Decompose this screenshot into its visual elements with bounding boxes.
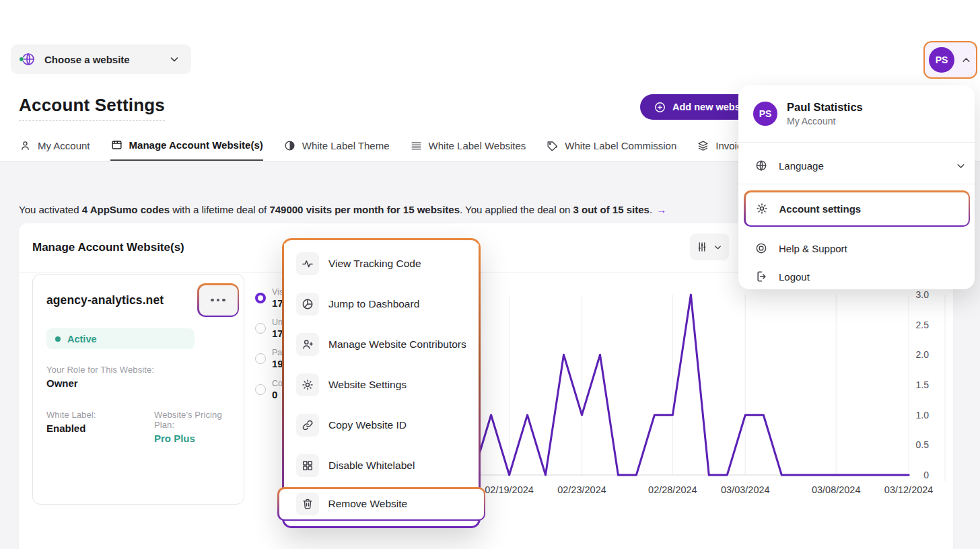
svg-text:02/28/2024: 02/28/2024	[648, 484, 697, 495]
card-title: Manage Account Website(s)	[32, 241, 184, 254]
website-selector-dropdown[interactable]: Choose a website	[11, 44, 191, 74]
website-context-menu: View Tracking Code Jump to Dashboard Man…	[282, 238, 481, 528]
tab-white-label-commission[interactable]: White Label Commission	[546, 132, 676, 161]
website-menu-highlight	[197, 283, 239, 317]
person-icon	[19, 139, 32, 152]
notice-arrow-link[interactable]: →	[656, 204, 666, 215]
legend-item-visitors: Vis17	[255, 287, 283, 309]
white-label-value: Enabled	[46, 423, 96, 434]
radio-visitors[interactable]	[255, 293, 266, 303]
avatar: PS	[753, 102, 777, 126]
svg-text:02/23/2024: 02/23/2024	[557, 484, 606, 495]
svg-text:2.0: 2.0	[916, 349, 930, 360]
chevron-up-icon	[960, 54, 972, 66]
page-title: Account Settings	[19, 95, 165, 121]
menu-item-jump-to-dashboard[interactable]: Jump to Dashboard	[284, 284, 479, 324]
avatar: PS	[929, 47, 954, 73]
chevron-down-icon	[955, 160, 967, 172]
white-label-block: White Label: Enabled	[46, 410, 96, 434]
radio-pageviews[interactable]	[255, 353, 266, 364]
account-header: PS Paul Statistics My Account	[753, 101, 863, 126]
globe-icon	[755, 159, 768, 172]
pulse-icon	[301, 257, 314, 270]
svg-text:2.5: 2.5	[916, 320, 930, 330]
status-badge: Active	[46, 328, 195, 349]
svg-text:0.5: 0.5	[916, 439, 930, 450]
svg-text:0: 0	[923, 470, 929, 480]
menu-item-account-settings[interactable]: Account settings	[746, 192, 969, 225]
menu-item-manage-contributors[interactable]: Manage Website Contributors	[284, 324, 479, 365]
account-name: Paul Statistics	[787, 101, 863, 114]
menu-item-remove-website[interactable]: Remove Website	[279, 489, 484, 519]
white-label-label: White Label:	[46, 410, 96, 420]
radio-unique[interactable]	[255, 323, 266, 334]
link-icon	[301, 418, 314, 432]
svg-text:03/08/2024: 03/08/2024	[812, 484, 861, 495]
account-subtitle: My Account	[787, 116, 863, 126]
layers-icon	[697, 139, 709, 152]
svg-text:03/03/2024: 03/03/2024	[721, 484, 770, 495]
role-block: Your Role for This Website: Owner	[46, 365, 154, 389]
website-globe-icon	[20, 51, 36, 67]
panel-divider	[738, 184, 975, 184]
tab-manage-account-websites[interactable]: Manage Account Website(s)	[110, 132, 263, 161]
help-lifebuoy-icon	[755, 242, 768, 255]
remove-website-highlight: Remove Website	[277, 487, 485, 521]
app-window: Choose a website PS Account Settings Add…	[0, 0, 980, 549]
menu-item-copy-website-id[interactable]: Copy Website ID	[284, 405, 479, 445]
legend-item-pageviews: Pa19	[255, 348, 283, 369]
menu-item-website-settings[interactable]: Website Settings	[284, 365, 479, 405]
legend-item-conversions: Co0	[255, 379, 283, 400]
svg-text:1.0: 1.0	[916, 410, 930, 420]
plus-circle-icon	[654, 101, 666, 114]
svg-text:02/19/2024: 02/19/2024	[485, 484, 534, 495]
plan-label: Website's Pricing Plan:	[154, 410, 244, 430]
user-plus-icon	[301, 338, 314, 351]
website-card: agency-analytics.net Active Your Role fo…	[32, 274, 244, 505]
panel-divider	[738, 142, 975, 143]
sliders-icon	[696, 241, 708, 253]
website-selector-label: Choose a website	[44, 54, 168, 65]
browser-window-icon	[110, 139, 123, 151]
legend-item-unique: Un17	[255, 318, 283, 339]
plan-value: Pro Plus	[154, 433, 244, 444]
website-name: agency-analytics.net	[46, 293, 164, 307]
svg-text:1.5: 1.5	[916, 379, 930, 390]
account-dropdown-panel: PS Paul Statistics My Account Language A…	[738, 85, 975, 289]
role-value: Owner	[46, 377, 154, 389]
active-dot-icon	[55, 336, 61, 342]
trash-icon	[301, 497, 314, 511]
chevron-down-icon	[713, 242, 723, 252]
menu-item-logout[interactable]: Logout	[746, 262, 967, 291]
menu-item-help-support[interactable]: Help & Support	[746, 233, 967, 263]
website-options-button[interactable]	[199, 285, 238, 316]
svg-text:03/12/2024: 03/12/2024	[884, 484, 934, 495]
gear-icon	[755, 202, 769, 215]
gear-icon	[301, 378, 314, 392]
pricing-plan-block: Website's Pricing Plan: Pro Plus	[154, 410, 244, 444]
list-lines-icon	[410, 139, 423, 152]
tag-icon	[546, 139, 559, 152]
half-circle-theme-icon	[283, 139, 296, 152]
role-label: Your Role for This Website:	[46, 365, 154, 375]
status-dot	[19, 57, 24, 62]
tab-white-label-theme[interactable]: White Label Theme	[283, 132, 390, 161]
grid-icon	[301, 459, 314, 472]
account-settings-highlight: Account settings	[744, 190, 970, 227]
menu-item-language[interactable]: Language	[746, 151, 967, 180]
pie-chart-icon	[301, 297, 314, 311]
chevron-down-icon	[168, 53, 180, 65]
chart-filter-button[interactable]	[690, 233, 729, 260]
menu-item-view-tracking-code[interactable]: View Tracking Code	[284, 244, 479, 284]
menu-item-disable-whitelabel[interactable]: Disable Whitelabel	[284, 445, 479, 486]
tab-white-label-websites[interactable]: White Label Websites	[410, 132, 526, 161]
account-avatar-button[interactable]: PS	[923, 41, 977, 79]
appsumo-notice: You activated 4 AppSumo codes with a lif…	[19, 204, 666, 215]
radio-conversions[interactable]	[255, 384, 266, 395]
tab-my-account[interactable]: My Account	[19, 132, 90, 161]
logout-icon	[755, 270, 768, 283]
